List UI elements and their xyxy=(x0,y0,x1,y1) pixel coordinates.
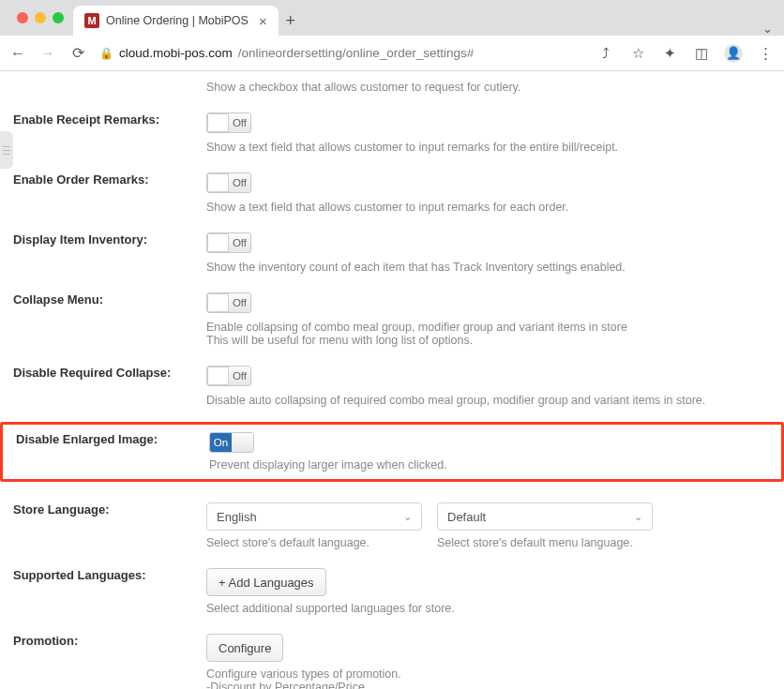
collapse-menu-helper: Enable collapsing of combo meal group, m… xyxy=(206,321,784,347)
enlarged-image-helper: Prevent displaying larger image when cli… xyxy=(209,458,781,472)
collapse-menu-toggle-state: Off xyxy=(229,293,250,312)
bookmark-icon[interactable]: ☆ xyxy=(628,45,647,62)
store-language-select[interactable]: English ⌄ xyxy=(206,502,422,531)
close-tab-icon[interactable]: × xyxy=(255,13,267,29)
site-favicon: M xyxy=(84,13,99,28)
window-chevron-icon[interactable]: ⌄ xyxy=(762,22,784,36)
store-language-label: Store Language: xyxy=(0,502,206,549)
close-window-icon[interactable] xyxy=(17,12,28,23)
item-inventory-label: Display Item Inventory: xyxy=(0,232,206,274)
chevron-down-icon: ⌄ xyxy=(403,511,412,523)
address-bar[interactable]: 🔒 cloud.mobi-pos.com/onlineordersetting/… xyxy=(99,46,583,60)
order-remarks-toggle-state: Off xyxy=(229,173,250,192)
supported-languages-helper: Select additional supported languages fo… xyxy=(206,602,784,615)
order-remarks-label: Enable Order Remarks: xyxy=(0,172,206,214)
store-language-helper: Select store's default language. xyxy=(206,536,422,549)
profile-avatar[interactable]: 👤 xyxy=(724,44,743,63)
tab-title: Online Ordering | MobiPOS xyxy=(106,14,249,27)
receipt-remarks-helper: Show a text field that allows customer t… xyxy=(206,141,784,154)
extensions-icon[interactable]: ✦ xyxy=(660,45,679,62)
share-icon[interactable]: ⤴ xyxy=(596,45,615,61)
receipt-remarks-toggle[interactable]: Off xyxy=(206,112,251,133)
new-tab-button[interactable]: + xyxy=(279,6,303,36)
promotion-configure-button[interactable]: Configure xyxy=(206,634,283,662)
menu-language-value: Default xyxy=(447,510,486,524)
item-inventory-toggle[interactable]: Off xyxy=(206,232,251,253)
menu-icon[interactable]: ⋮ xyxy=(756,45,775,62)
window-controls[interactable] xyxy=(8,0,73,36)
order-remarks-helper: Show a text field that allows customer t… xyxy=(206,201,784,214)
required-collapse-toggle[interactable]: Off xyxy=(206,366,251,386)
promotion-helper: Configure various types of promotion. -D… xyxy=(206,667,784,689)
collapse-menu-toggle[interactable]: Off xyxy=(206,292,251,313)
collapse-menu-label: Collapse Menu: xyxy=(0,292,206,347)
menu-language-select[interactable]: Default ⌄ xyxy=(437,502,653,531)
required-collapse-helper: Disable auto collapsing of required comb… xyxy=(206,394,784,407)
url-host: cloud.mobi-pos.com xyxy=(119,46,233,60)
receipt-remarks-label: Enable Receipt Remarks: xyxy=(0,112,206,154)
supported-languages-label: Supported Languages: xyxy=(0,568,206,615)
receipt-remarks-toggle-state: Off xyxy=(229,113,250,132)
chevron-down-icon: ⌄ xyxy=(634,511,642,523)
enlarged-image-label: Disable Enlarged Image: xyxy=(3,432,209,472)
item-inventory-toggle-state: Off xyxy=(229,233,250,252)
add-languages-button[interactable]: + Add Languages xyxy=(206,568,326,596)
maximize-window-icon[interactable] xyxy=(53,12,64,23)
minimize-window-icon[interactable] xyxy=(35,12,46,23)
menu-language-helper: Select store's default menu language. xyxy=(437,536,653,549)
sidepanel-icon[interactable]: ◫ xyxy=(692,45,711,62)
enlarged-image-highlight: Disable Enlarged Image: On Prevent displ… xyxy=(0,422,784,482)
store-language-value: English xyxy=(217,510,257,524)
browser-tab[interactable]: M Online Ordering | MobiPOS × xyxy=(73,6,279,36)
enlarged-image-toggle-state: On xyxy=(210,433,232,452)
back-button[interactable]: ← xyxy=(9,45,26,62)
lock-icon: 🔒 xyxy=(99,47,113,60)
required-collapse-toggle-state: Off xyxy=(229,367,250,385)
item-inventory-helper: Show the inventory count of each item th… xyxy=(206,261,784,274)
order-remarks-toggle[interactable]: Off xyxy=(206,172,251,193)
reload-button[interactable]: ⟳ xyxy=(69,44,86,62)
forward-button: → xyxy=(39,45,56,62)
cutlery-helper-text: Show a checkbox that allows customer to … xyxy=(206,81,784,94)
promotion-label: Promotion: xyxy=(0,634,206,689)
enlarged-image-toggle[interactable]: On xyxy=(209,432,254,453)
required-collapse-label: Disable Required Collapse: xyxy=(0,366,206,407)
url-path: /onlineordersetting/online_order_setting… xyxy=(238,46,474,60)
